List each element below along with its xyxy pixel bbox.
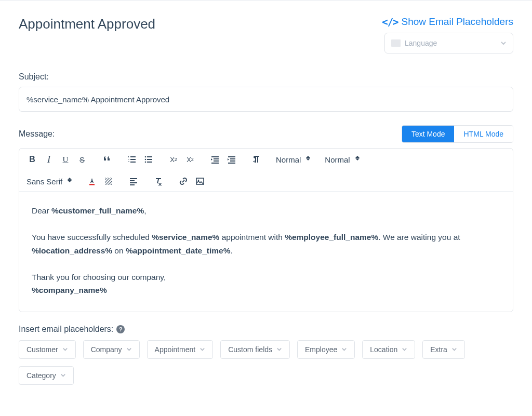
chevron-down-icon: [341, 346, 347, 352]
header-row: Appointment Approved </> Show Email Plac…: [19, 16, 513, 53]
language-swatch: [391, 39, 401, 47]
header-format-select[interactable]: Normal: [276, 155, 311, 164]
chip-category[interactable]: Category: [19, 366, 74, 385]
body-text: You have successfully scheduled: [32, 233, 152, 241]
text-color-button[interactable]: [86, 176, 98, 187]
body-text: . We are waiting you at: [378, 233, 460, 241]
show-placeholders-label: Show Email Placeholders: [402, 16, 513, 28]
superscript-button[interactable]: X2: [184, 154, 196, 165]
thanks-text: Thank you for choosing our company,: [32, 271, 500, 284]
clear-format-button[interactable]: [153, 176, 164, 187]
chevron-down-icon: [200, 346, 205, 352]
font-label: Sans Serif: [26, 177, 62, 186]
background-color-button[interactable]: [103, 176, 114, 187]
code-icon: </>: [382, 16, 398, 28]
direction-button[interactable]: [251, 154, 262, 165]
editor-toolbar: B I U S X2 X2: [19, 149, 513, 192]
chevron-down-icon: [60, 372, 66, 378]
outdent-button[interactable]: [209, 154, 221, 165]
chip-label: Company: [91, 345, 122, 354]
chip-label: Custom fields: [228, 345, 272, 354]
greeting-suffix: ,: [144, 206, 146, 215]
chevron-down-icon: [402, 346, 407, 352]
body-text: on: [112, 246, 126, 255]
language-placeholder: Language: [405, 39, 437, 47]
bold-button[interactable]: B: [26, 154, 38, 165]
chip-label: Extra: [430, 345, 447, 354]
align-button[interactable]: [128, 176, 139, 187]
insert-placeholders-label: Insert email placeholders:: [19, 325, 113, 334]
chip-label: Location: [370, 345, 397, 354]
italic-button[interactable]: I: [43, 154, 55, 165]
html-mode-button[interactable]: HTML Mode: [454, 126, 513, 142]
editor-content[interactable]: Dear %customer_full_name%, You have succ…: [19, 192, 513, 312]
subject-input[interactable]: [19, 87, 513, 112]
chip-customer[interactable]: Customer: [19, 340, 76, 359]
chip-custom-fields[interactable]: Custom fields: [220, 340, 290, 359]
svg-point-0: [145, 156, 147, 158]
employee-placeholder: %employee_full_name%: [285, 233, 378, 241]
service-placeholder: %service_name%: [152, 233, 219, 241]
size-select[interactable]: Normal: [325, 155, 360, 164]
mode-toggle: Text Mode HTML Mode: [402, 125, 513, 143]
chip-extra[interactable]: Extra: [422, 340, 465, 359]
location-placeholder: %location_address%: [32, 246, 112, 255]
sort-icon: [306, 156, 311, 163]
blockquote-button[interactable]: [101, 154, 113, 165]
text-mode-button[interactable]: Text Mode: [402, 126, 455, 142]
chip-location[interactable]: Location: [362, 340, 415, 359]
placeholder-chips: Customer Company Appointment Custom fiel…: [19, 340, 513, 385]
body-text: appointment with: [219, 233, 285, 241]
svg-point-1: [145, 159, 147, 160]
chip-label: Category: [26, 371, 56, 380]
language-select[interactable]: Language: [384, 33, 513, 53]
link-button[interactable]: [178, 176, 189, 187]
size-label: Normal: [325, 155, 350, 164]
chip-appointment[interactable]: Appointment: [147, 340, 214, 359]
chevron-down-icon: [126, 346, 132, 352]
chip-label: Employee: [305, 345, 337, 354]
chevron-down-icon: [62, 346, 68, 352]
svg-rect-4: [105, 178, 112, 185]
help-icon[interactable]: ?: [116, 325, 125, 333]
underline-button[interactable]: U: [60, 154, 71, 165]
strike-button[interactable]: S: [76, 154, 88, 165]
chip-company[interactable]: Company: [83, 340, 140, 359]
chip-label: Customer: [26, 345, 58, 354]
company-placeholder: %company_name%: [32, 286, 107, 294]
message-label: Message:: [19, 129, 55, 139]
chip-label: Appointment: [155, 345, 196, 354]
greeting-placeholder: %customer_full_name%: [51, 206, 144, 215]
page-title: Appointment Approved: [19, 16, 155, 32]
svg-rect-3: [89, 184, 95, 185]
ordered-list-button[interactable]: [126, 154, 138, 165]
chevron-down-icon: [276, 346, 282, 352]
sort-icon: [68, 178, 73, 185]
subject-label: Subject:: [19, 72, 513, 82]
body-text: .: [230, 246, 232, 255]
indent-button[interactable]: [226, 154, 237, 165]
chevron-down-icon: [500, 40, 507, 46]
greeting-prefix: Dear: [32, 206, 51, 215]
editor-box: B I U S X2 X2: [19, 148, 513, 312]
chevron-down-icon: [451, 346, 457, 352]
show-placeholders-link[interactable]: </> Show Email Placeholders: [382, 16, 513, 28]
datetime-placeholder: %appointment_date_time%: [126, 246, 231, 255]
chip-employee[interactable]: Employee: [297, 340, 355, 359]
image-button[interactable]: [194, 176, 206, 187]
subscript-button[interactable]: X2: [168, 154, 179, 165]
svg-point-2: [145, 162, 147, 163]
font-select[interactable]: Sans Serif: [26, 177, 73, 186]
sort-icon: [355, 156, 361, 163]
header-format-label: Normal: [276, 155, 301, 164]
bullet-list-button[interactable]: [143, 154, 154, 165]
